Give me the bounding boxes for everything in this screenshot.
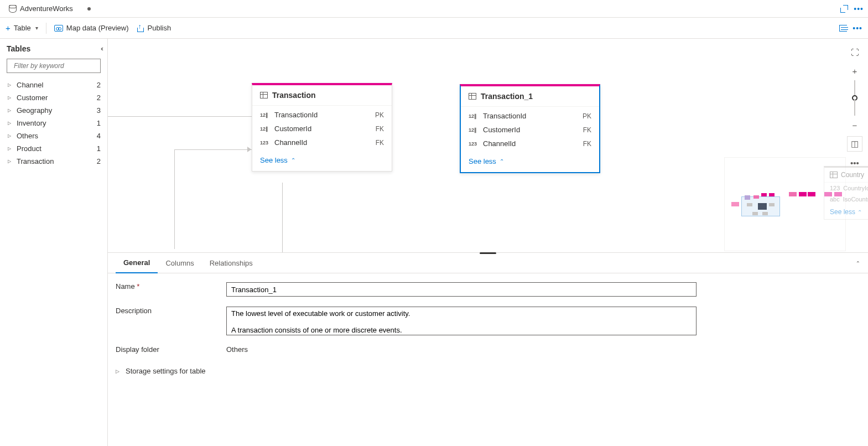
minimap-shape xyxy=(731,202,739,206)
tree-count: 3 xyxy=(97,106,101,115)
column-key: FK xyxy=(376,139,384,147)
tree-label: Transaction xyxy=(17,157,54,165)
filter-input[interactable] xyxy=(14,62,97,70)
zoom-in-button[interactable]: + xyxy=(847,63,862,79)
filter-input-wrapper[interactable] xyxy=(7,59,101,73)
minimap-shape xyxy=(799,192,807,196)
tree-label: Inventory xyxy=(17,119,46,127)
minimap-shape xyxy=(745,195,750,200)
connector-line xyxy=(174,149,175,249)
database-icon xyxy=(9,5,17,13)
fit-to-screen-button[interactable]: ⛶ xyxy=(847,44,862,60)
table-card-title: Transaction xyxy=(272,91,316,100)
tab-columns[interactable]: Columns xyxy=(158,253,201,273)
map-data-button[interactable]: Map data (Preview) xyxy=(54,24,129,32)
ghost-table-name: Country xyxy=(841,171,864,179)
properties-panel: General Columns Relationships ⌄ Name * D… xyxy=(108,252,868,446)
column-type-icon: 123 xyxy=(469,141,479,147)
see-less-label: See less xyxy=(260,156,288,164)
column-name: CustomerId xyxy=(483,126,520,134)
column-row[interactable]: 12‖ TransactionId PK xyxy=(461,109,599,123)
er-canvas[interactable]: Transaction 12‖ TransactionId PK 12‖ Cus… xyxy=(108,39,868,252)
tab-general[interactable]: General xyxy=(116,253,158,273)
minimap-shape xyxy=(762,212,768,215)
column-type-icon: 12‖ xyxy=(469,127,479,133)
see-less-toggle[interactable]: See less ⌃ xyxy=(824,205,868,219)
minimap-shape xyxy=(747,203,752,206)
minimap-shape xyxy=(808,192,815,196)
tree-count: 2 xyxy=(97,81,101,89)
minimap-shape xyxy=(758,203,767,210)
tab-relationships[interactable]: Relationships xyxy=(202,253,261,273)
display-folder-value: Others xyxy=(226,345,248,354)
sidebar-title: Tables xyxy=(7,44,30,53)
publish-button[interactable]: Publish xyxy=(137,24,171,32)
minimap-toggle-button[interactable]: ◫ xyxy=(847,136,862,152)
chevron-right-icon: ▷ xyxy=(8,159,13,164)
minimap-shape xyxy=(769,203,775,206)
table-card-transaction-1[interactable]: Transaction_1 12‖ TransactionId PK 12‖ C… xyxy=(460,84,600,173)
table-card-transaction[interactable]: Transaction 12‖ TransactionId PK 12‖ Cus… xyxy=(252,83,392,172)
storage-settings-toggle[interactable]: ▷ Storage settings for table xyxy=(116,364,860,375)
sidebar-item-others[interactable]: ▷ Others 4 xyxy=(7,129,107,142)
sidebar-item-inventory[interactable]: ▷ Inventory 1 xyxy=(7,117,107,129)
tree-label: Customer xyxy=(17,94,48,102)
minimap-shape xyxy=(789,192,797,196)
name-label: Name * xyxy=(116,282,226,297)
sidebar-item-channel[interactable]: ▷ Channel 2 xyxy=(7,79,107,91)
collapse-panel-button[interactable]: ⌄ xyxy=(856,259,860,267)
see-less-toggle[interactable]: See less ⌃ xyxy=(260,156,384,164)
column-key: FK xyxy=(376,125,384,133)
sidebar-item-customer[interactable]: ▷ Customer 2 xyxy=(7,91,107,104)
column-key: PK xyxy=(375,111,384,119)
sidebar-item-product[interactable]: ▷ Product 1 xyxy=(7,142,107,155)
see-less-toggle[interactable]: See less ⌃ xyxy=(469,157,591,165)
connector-arrow xyxy=(247,147,251,152)
column-type-icon: 12‖ xyxy=(469,113,479,119)
collapse-sidebar-icon[interactable]: ‹‹ xyxy=(101,45,102,53)
column-name: IsoCountr xyxy=(843,196,868,203)
column-name: ChannelId xyxy=(483,139,516,148)
column-name: ChannelId xyxy=(274,138,307,147)
canvas-tool-rail: ⛶ + − ◫ ••• xyxy=(847,44,862,170)
list-view-icon[interactable] xyxy=(839,25,847,32)
column-name: TransactionId xyxy=(274,111,318,119)
expand-icon[interactable] xyxy=(840,5,848,13)
document-title: AdventureWorks xyxy=(20,4,73,13)
table-icon xyxy=(830,172,838,178)
description-input[interactable] xyxy=(226,307,697,335)
chevron-right-icon: ▷ xyxy=(8,108,13,113)
map-data-icon xyxy=(54,25,63,32)
chevron-right-icon: ▷ xyxy=(8,133,13,138)
minimap-shape xyxy=(753,195,759,199)
chevron-right-icon: ▷ xyxy=(8,95,13,100)
document-tab[interactable]: AdventureWorks xyxy=(4,0,95,17)
chevron-down-icon: ▾ xyxy=(35,25,38,31)
column-name: CountryId xyxy=(843,185,868,191)
tree-count: 1 xyxy=(97,119,101,127)
tree-count: 2 xyxy=(97,94,101,102)
sidebar-item-transaction[interactable]: ▷ Transaction 2 xyxy=(7,155,107,168)
tree-label: Product xyxy=(17,144,41,153)
resize-grip[interactable] xyxy=(480,252,496,254)
new-table-button[interactable]: + Table ▾ xyxy=(6,23,38,33)
zoom-out-button[interactable]: − xyxy=(847,117,862,133)
map-data-label: Map data (Preview) xyxy=(66,24,129,32)
column-row[interactable]: 12‖ TransactionId PK xyxy=(252,108,392,122)
column-row[interactable]: 123 ChannelId FK xyxy=(461,137,599,151)
more-options-icon[interactable]: ••• xyxy=(854,4,864,13)
column-name: TransactionId xyxy=(483,112,526,120)
column-row[interactable]: 123 ChannelId FK xyxy=(252,136,392,149)
chevron-up-icon: ⌃ xyxy=(857,209,862,215)
minimap-shape xyxy=(769,193,775,196)
table-card-country-preview[interactable]: Country 123 CountryId abc IsoCountr See … xyxy=(824,166,868,220)
see-less-label: See less xyxy=(469,157,496,165)
sidebar-item-geography[interactable]: ▷ Geography 3 xyxy=(7,104,107,117)
column-row[interactable]: 12‖ CustomerId FK xyxy=(461,123,599,137)
description-label: Description xyxy=(116,307,226,335)
name-input[interactable] xyxy=(226,282,697,297)
toolbar-more-icon[interactable]: ••• xyxy=(853,24,862,33)
column-row[interactable]: 12‖ CustomerId FK xyxy=(252,122,392,136)
publish-label: Publish xyxy=(148,24,171,32)
tree-label: Others xyxy=(17,132,38,140)
